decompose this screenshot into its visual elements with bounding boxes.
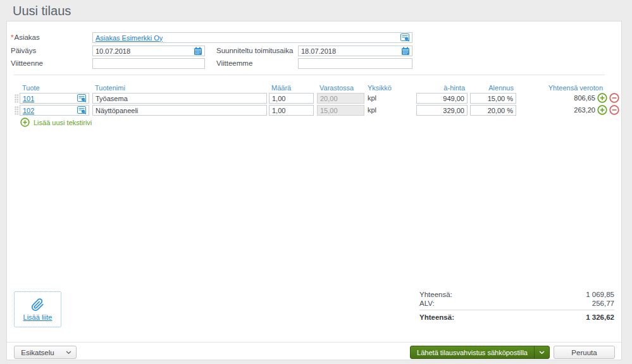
vat-row: ALV: 256,77	[419, 300, 614, 307]
unit-text: kpl	[368, 93, 376, 104]
paperclip-icon	[31, 298, 44, 312]
unit-price-input[interactable]	[416, 93, 468, 104]
header-unit: Yksikkö	[368, 84, 392, 92]
stock-input	[317, 93, 364, 104]
remove-row-icon[interactable]	[609, 93, 619, 103]
remove-row-icon[interactable]	[609, 105, 619, 115]
date-field[interactable]: 10.07.2018	[92, 46, 205, 56]
footer-divider	[7, 342, 621, 343]
product-code-link[interactable]: 102	[23, 107, 34, 114]
header-stock: Varastossa	[319, 84, 354, 92]
quantity-input[interactable]	[269, 105, 314, 116]
page-title: Uusi tilaus	[13, 4, 71, 18]
grand-total-row: Yhteensä: 1 326,62	[419, 313, 614, 321]
row-total-text: 263,20	[500, 105, 595, 116]
our-reference-input[interactable]	[298, 58, 412, 69]
header-product: Tuote	[22, 84, 40, 92]
customer-field[interactable]: Asiakas Esimerkki Oy	[92, 32, 412, 43]
order-panel: *Asiakas Asiakas Esimerkki Oy Päiväys 10…	[6, 21, 622, 360]
delivery-value[interactable]: 18.07.2018	[301, 47, 336, 55]
product-lookup-icon[interactable]	[77, 106, 87, 114]
grand-total-value: 1 326,62	[586, 313, 614, 321]
chevron-down-icon[interactable]	[535, 346, 549, 358]
send-confirmation-label: Lähetä tilausvahvistus sähköpostilla	[411, 346, 534, 358]
row-drag-handle-icon[interactable]	[15, 94, 19, 103]
header-discount: Alennus	[470, 84, 514, 92]
quantity-input[interactable]	[269, 93, 314, 104]
customer-link[interactable]: Asiakas Esimerkki Oy	[96, 34, 163, 42]
subtotal-value: 1 069,85	[586, 291, 614, 298]
add-row-icon[interactable]	[597, 93, 607, 103]
vat-label: ALV:	[419, 300, 592, 307]
date-label: Päiväys	[11, 46, 36, 56]
vat-value: 256,77	[592, 300, 614, 307]
table-row: 102 kpl 263,20	[7, 105, 621, 116]
required-asterisk: *	[11, 33, 13, 41]
add-text-row-label: Lisää uusi tekstirivi	[34, 119, 92, 126]
delivery-label: Suunniteltu toimitusaika	[216, 46, 293, 56]
row-drag-handle-icon[interactable]	[15, 106, 19, 115]
customer-label: *Asiakas	[11, 32, 40, 42]
chevron-down-icon[interactable]	[61, 351, 76, 355]
your-reference-input[interactable]	[92, 58, 205, 69]
send-confirmation-button[interactable]: Lähetä tilausvahvistus sähköpostilla	[410, 346, 550, 359]
totals-divider	[419, 310, 614, 310]
product-code-field[interactable]: 102	[20, 105, 89, 116]
stock-input	[317, 105, 364, 116]
cancel-button[interactable]: Peruuta	[554, 346, 615, 359]
row-total-text: 806,65	[500, 93, 595, 104]
add-attachment-dropzone[interactable]: Lisää liite	[14, 291, 61, 327]
product-code-link[interactable]: 101	[23, 95, 34, 102]
add-attachment-link[interactable]: Lisää liite	[23, 313, 53, 321]
your-reference-label: Viitteenne	[11, 58, 43, 68]
order-page: Uusi tilaus *Asiakas Asiakas Esimerkki O…	[0, 0, 632, 364]
product-name-input[interactable]	[92, 105, 267, 116]
date-value[interactable]: 10.07.2018	[96, 47, 130, 55]
header-total: Yhteensä veroton	[508, 84, 603, 92]
plus-circle-icon	[20, 118, 30, 127]
cancel-button-label: Peruuta	[571, 349, 597, 356]
preview-button[interactable]: Esikatselu	[14, 346, 77, 359]
unit-text: kpl	[368, 105, 376, 116]
our-reference-label: Viitteemme	[216, 58, 252, 68]
product-code-field[interactable]: 101	[20, 93, 89, 104]
preview-button-label: Esikatselu	[15, 349, 61, 356]
add-text-row-button[interactable]: Lisää uusi tekstirivi	[20, 118, 92, 127]
date-calendar-icon[interactable]	[194, 47, 202, 56]
subtotal-row: Yhteensä: 1 069,85	[419, 291, 614, 298]
delivery-field[interactable]: 18.07.2018	[298, 46, 412, 56]
header-name: Tuotenimi	[95, 84, 125, 92]
customer-lookup-icon[interactable]	[400, 33, 410, 42]
table-row: 101 kpl 806,65	[7, 93, 621, 104]
form-table-divider	[13, 75, 605, 75]
product-name-input[interactable]	[92, 93, 267, 104]
product-lookup-icon[interactable]	[77, 94, 87, 102]
header-quantity: Määrä	[271, 84, 291, 92]
subtotal-label: Yhteensä:	[419, 291, 586, 298]
add-row-icon[interactable]	[597, 105, 607, 115]
header-price: à-hinta	[416, 84, 465, 92]
grand-total-label: Yhteensä:	[419, 313, 586, 321]
unit-price-input[interactable]	[416, 105, 468, 116]
delivery-calendar-icon[interactable]	[401, 47, 410, 56]
